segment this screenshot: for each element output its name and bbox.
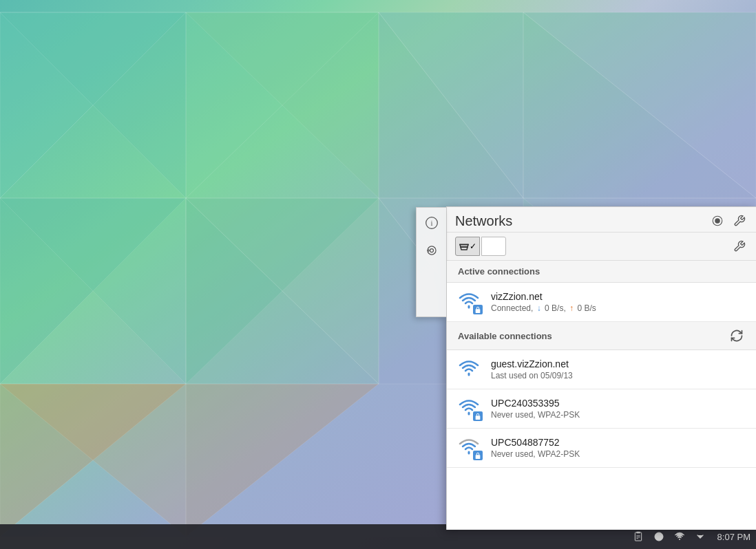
wrench-tab-icon[interactable] [731, 238, 748, 255]
network-info-upc240: UPC240353395 Never used, WPA2-PSK [491, 398, 745, 420]
download-arrow: ↓ [537, 303, 541, 313]
wifi-signal-icon-guest [458, 357, 480, 379]
network-icon-guest-vizzzion [458, 357, 483, 382]
svg-rect-26 [476, 309, 481, 313]
back-sidebar-icon[interactable] [422, 241, 441, 260]
network-list[interactable]: Active connections vizZzion [447, 261, 756, 530]
network-details-vizzzion: Connected, ↓ 0 B/s, ↑ 0 B/s [491, 303, 745, 313]
taskbar-icons: 8:07 PM [631, 529, 750, 544]
panel-header: Networks [447, 207, 756, 233]
wifi-tab-button[interactable]: ✓ [455, 237, 480, 256]
upload-arrow: ↑ [569, 303, 574, 313]
display-header-icon[interactable] [709, 213, 726, 229]
panel-tabs: ✓ [447, 233, 756, 261]
svg-rect-28 [476, 455, 481, 459]
network-details-guest-vizzzion: Last used on 05/09/13 [491, 371, 745, 380]
lock-badge-vizzzion [473, 305, 483, 314]
network-icon-upc504 [458, 435, 483, 460]
network-name-upc240: UPC240353395 [491, 398, 745, 409]
network-icon-upc240 [458, 396, 483, 421]
network-info-guest-vizzzion: guest.vizZzion.net Last used on 05/09/13 [491, 358, 745, 380]
chevron-taskbar-icon[interactable] [693, 529, 708, 544]
network-info-vizzzion: vizZzion.net Connected, ↓ 0 B/s, ↑ 0 B/s [491, 291, 745, 313]
available-connections-header: Available connections [447, 322, 756, 350]
panel-header-icons [709, 213, 748, 229]
network-item-upc504887752[interactable]: UPC504887752 Never used, WPA2-PSK [447, 429, 756, 468]
clock-taskbar-icon[interactable] [651, 529, 666, 544]
svg-point-24 [715, 218, 720, 224]
taskbar-time: 8:07 PM [717, 532, 750, 542]
svg-rect-29 [635, 532, 641, 541]
network-item-upc240353395[interactable]: UPC240353395 Never used, WPA2-PSK [447, 389, 756, 429]
networks-panel: i Networks [446, 206, 756, 530]
active-connections-header: Active connections [447, 261, 756, 283]
tab-buttons: ✓ [455, 237, 506, 256]
svg-point-23 [430, 249, 433, 252]
available-connections-label: Available connections [458, 331, 552, 341]
network-details-upc504: Never used, WPA2-PSK [491, 449, 745, 459]
lock-badge-upc240 [473, 411, 483, 421]
network-info-upc504: UPC504887752 Never used, WPA2-PSK [491, 437, 745, 459]
panel-title: Networks [455, 213, 512, 229]
svg-text:i: i [430, 219, 432, 227]
network-name-upc504: UPC504887752 [491, 437, 745, 448]
network-details-upc240: Never used, WPA2-PSK [491, 410, 745, 420]
refresh-button[interactable] [728, 327, 745, 344]
lock-badge-upc504 [473, 451, 483, 460]
other-tab-button[interactable] [481, 237, 506, 256]
network-name-guest-vizzzion: guest.vizZzion.net [491, 358, 745, 369]
svg-rect-30 [636, 532, 640, 534]
info-sidebar-icon[interactable]: i [422, 213, 441, 233]
clipboard-taskbar-icon[interactable] [631, 529, 646, 544]
wifi-taskbar-icon[interactable] [672, 529, 687, 544]
panel-sidebar: i [416, 207, 446, 317]
network-icon-vizzzion [458, 290, 483, 314]
svg-rect-27 [476, 416, 481, 420]
network-item-guest-vizzzion[interactable]: guest.vizZzion.net Last used on 05/09/13 [447, 350, 756, 389]
network-name-vizzzion: vizZzion.net [491, 291, 745, 302]
active-connections-label: Active connections [458, 266, 540, 277]
network-item-vizzzion[interactable]: vizZzion.net Connected, ↓ 0 B/s, ↑ 0 B/s [447, 283, 756, 322]
wrench-header-icon[interactable] [731, 213, 748, 229]
